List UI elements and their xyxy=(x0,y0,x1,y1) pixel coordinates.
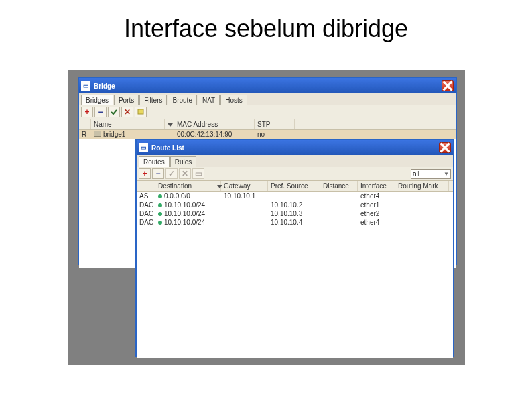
row-distance xyxy=(320,192,358,201)
row-pref: 10.10.10.3 xyxy=(268,209,320,218)
col-flags[interactable] xyxy=(137,181,155,191)
add-button[interactable]: + xyxy=(81,107,93,117)
window-title: Route List xyxy=(151,144,439,152)
window-icon: ▭ xyxy=(81,81,90,91)
col-pref[interactable]: Pref. Source xyxy=(268,181,320,191)
remove-button[interactable]: − xyxy=(152,168,164,179)
svg-rect-0 xyxy=(138,109,143,114)
col-interface[interactable]: Interface xyxy=(358,181,395,191)
row-flags: DAC xyxy=(137,201,155,209)
row-stp: no xyxy=(255,130,295,139)
disable-button[interactable]: ✕ xyxy=(179,168,191,179)
row-name: bridge1 xyxy=(91,130,165,139)
interface-icon xyxy=(94,131,101,137)
col-sort[interactable] xyxy=(214,181,221,191)
col-distance[interactable]: Distance xyxy=(320,181,358,191)
route-icon xyxy=(158,212,162,216)
row-dst: 10.10.10.0/24 xyxy=(155,209,214,218)
route-icon xyxy=(158,203,162,207)
row-spacer xyxy=(214,201,221,209)
note-icon xyxy=(137,108,145,116)
row-distance xyxy=(320,209,358,218)
enable-button[interactable] xyxy=(108,107,120,117)
row-mac: 00:0C:42:13:14:90 xyxy=(174,130,255,139)
table-row[interactable]: AS0.0.0.0/010.10.10.1ether4 xyxy=(137,192,453,201)
screenshot-canvas: ▭ Bridge Bridges Ports Filters Broute NA… xyxy=(68,70,465,365)
col-dst[interactable]: Destination xyxy=(155,181,214,191)
tab-ports[interactable]: Ports xyxy=(114,95,139,105)
comment-button[interactable] xyxy=(135,107,147,117)
row-iface: ether1 xyxy=(358,201,395,209)
col-gateway[interactable]: Gateway xyxy=(221,181,268,191)
window-icon: ▭ xyxy=(139,143,148,152)
col-rmark[interactable]: Routing Mark xyxy=(395,181,449,191)
route-window: ▭ Route List Routes Rules + − ✓ ✕ ▭ all … xyxy=(135,139,454,357)
row-dst: 0.0.0.0/0 xyxy=(155,192,214,201)
route-body: AS0.0.0.0/010.10.10.1ether4DAC10.10.10.0… xyxy=(137,192,453,358)
bridge-header: Name MAC Address STP xyxy=(79,119,456,130)
route-icon xyxy=(158,221,162,225)
page-title: Interface sebelum dibridge xyxy=(0,15,532,43)
tab-broute[interactable]: Broute xyxy=(168,95,196,105)
enable-button[interactable]: ✓ xyxy=(165,168,178,179)
row-dst: 10.10.10.0/24 xyxy=(155,201,214,209)
row-spacer xyxy=(214,209,221,218)
route-icon xyxy=(158,194,162,198)
bridge-tabs: Bridges Ports Filters Broute NAT Hosts xyxy=(79,93,456,105)
row-rmark xyxy=(395,209,449,218)
tab-nat[interactable]: NAT xyxy=(198,95,220,105)
tab-bridges[interactable]: Bridges xyxy=(81,95,113,105)
row-spacer xyxy=(214,218,221,227)
row-distance xyxy=(320,201,358,209)
row-pref xyxy=(268,192,320,201)
col-mac[interactable]: MAC Address xyxy=(174,119,255,129)
bridge-toolbar: + − ✕ xyxy=(79,105,456,119)
row-gateway xyxy=(221,201,268,209)
tab-rules[interactable]: Rules xyxy=(170,156,197,167)
row-rmark xyxy=(395,218,449,227)
close-button[interactable] xyxy=(442,80,454,91)
comment-button[interactable]: ▭ xyxy=(192,168,204,179)
chevron-down-icon: ▼ xyxy=(444,171,449,177)
filter-dropdown[interactable]: all ▼ xyxy=(411,169,451,179)
route-toolbar: + − ✓ ✕ ▭ all ▼ xyxy=(137,167,453,181)
sort-icon xyxy=(168,123,173,127)
row-spacer xyxy=(214,192,221,201)
tab-routes[interactable]: Routes xyxy=(139,156,170,167)
row-iface: ether4 xyxy=(358,192,395,201)
row-gateway xyxy=(221,218,268,227)
row-gateway xyxy=(221,209,268,218)
row-name-text: bridge1 xyxy=(103,131,125,138)
row-rmark xyxy=(395,201,449,209)
table-row[interactable]: DAC10.10.10.0/2410.10.10.3ether2 xyxy=(137,209,453,218)
row-flags: DAC xyxy=(137,218,155,227)
tab-filters[interactable]: Filters xyxy=(139,95,167,105)
add-button[interactable]: + xyxy=(139,168,151,179)
close-button[interactable] xyxy=(439,142,451,153)
close-icon xyxy=(440,142,450,153)
col-stp[interactable]: STP xyxy=(255,119,295,129)
route-titlebar: ▭ Route List xyxy=(137,140,453,155)
bridge-titlebar: ▭ Bridge xyxy=(79,78,456,93)
row-distance xyxy=(320,218,358,227)
disable-button[interactable]: ✕ xyxy=(121,107,133,117)
row-pref: 10.10.10.2 xyxy=(268,201,320,209)
col-name[interactable]: Name xyxy=(91,119,165,129)
row-iface: ether4 xyxy=(358,218,395,227)
col-sort[interactable] xyxy=(165,119,174,129)
row-pref: 10.10.10.4 xyxy=(268,218,320,227)
close-icon xyxy=(442,80,453,91)
row-flags: DAC xyxy=(137,209,155,218)
window-title: Bridge xyxy=(94,82,442,90)
row-rmark xyxy=(395,192,449,201)
table-row[interactable]: DAC10.10.10.0/2410.10.10.2ether1 xyxy=(137,201,453,209)
row-flag: R xyxy=(79,130,91,139)
row-spacer xyxy=(165,130,174,139)
row-iface: ether2 xyxy=(358,209,395,218)
table-row[interactable]: DAC10.10.10.0/2410.10.10.4ether4 xyxy=(137,218,453,227)
row-dst: 10.10.10.0/24 xyxy=(155,218,214,227)
tab-hosts[interactable]: Hosts xyxy=(220,95,247,105)
table-row[interactable]: R bridge1 00:0C:42:13:14:90 no xyxy=(79,130,456,139)
col-flag[interactable] xyxy=(79,119,91,129)
remove-button[interactable]: − xyxy=(94,107,107,117)
